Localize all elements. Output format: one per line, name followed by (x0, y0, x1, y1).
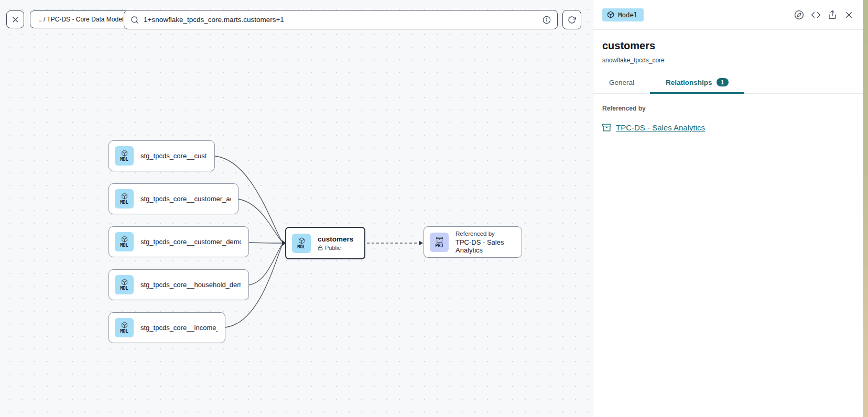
model-type-chip: MDL (115, 232, 134, 251)
model-type-badge: Model (602, 8, 644, 21)
relationships-count-badge: 1 (717, 78, 729, 86)
chip-label: MDL (120, 243, 128, 248)
page-title: customers (602, 40, 854, 52)
cube-icon (298, 237, 305, 244)
model-type-badge-label: Model (618, 11, 638, 19)
unlock-icon (318, 245, 323, 250)
lineage-search[interactable] (124, 10, 558, 29)
lineage-canvas[interactable]: MDL stg_tpcds_core__customer MDL stg_tpc… (0, 0, 593, 417)
chip-label: MDL (120, 157, 128, 162)
lineage-node-referenced-project[interactable]: PRJ Referenced by TPC-DS - Sales Analyti… (424, 226, 522, 258)
model-type-chip: MDL (115, 146, 134, 166)
model-type-chip: MDL (115, 318, 134, 337)
lineage-edges (0, 0, 593, 417)
cube-icon (121, 193, 128, 200)
share-icon[interactable] (828, 10, 837, 19)
lineage-node-stg-household-demographics[interactable]: MDL stg_tpcds_core__household_demogr... (108, 269, 249, 300)
lineage-node-customers-selected[interactable]: MDL customers Public (285, 227, 365, 259)
referenced-by-caption: Referenced by (455, 231, 514, 237)
cube-icon (121, 279, 128, 286)
node-title: TPC-DS - Sales Analytics (455, 238, 514, 254)
lineage-node-stg-customer-address[interactable]: MDL stg_tpcds_core__customer_address (108, 183, 238, 214)
cube-icon (121, 322, 128, 328)
lineage-node-stg-customer-demographics[interactable]: MDL stg_tpcds_core__customer_demogra... (108, 226, 249, 257)
chip-label: MDL (120, 286, 128, 291)
cube-icon (121, 236, 128, 243)
close-panel-icon[interactable] (844, 10, 854, 20)
lineage-node-stg-customer[interactable]: MDL stg_tpcds_core__customer (108, 140, 215, 171)
referenced-project-link[interactable]: TPC-DS - Sales Analytics (616, 123, 705, 132)
model-type-chip: MDL (292, 234, 311, 253)
model-type-chip: MDL (115, 275, 134, 294)
project-type-chip: PRJ (430, 233, 449, 252)
node-label: stg_tpcds_core__income_band (140, 324, 218, 332)
model-type-chip: MDL (115, 189, 134, 208)
referenced-by-section-label: Referenced by (602, 105, 854, 112)
panel-header: Model (593, 0, 863, 30)
lineage-node-stg-income-band[interactable]: MDL stg_tpcds_core__income_band (108, 312, 225, 343)
archive-icon (436, 236, 443, 243)
desktop-wallpaper-strip (863, 0, 868, 417)
panel-tabs: General Relationships 1 (593, 71, 863, 94)
node-title: customers (318, 235, 353, 243)
close-icon (11, 15, 20, 24)
breadcrumb-button[interactable]: .. / TPC-DS - Core Data Models (30, 10, 135, 28)
compass-icon[interactable] (794, 10, 804, 20)
visibility-label: Public (325, 245, 341, 251)
details-panel: Model customers snowflake_tpcds_core Gen… (593, 0, 863, 417)
search-icon (131, 16, 139, 24)
archive-icon (602, 123, 611, 132)
cube-icon (607, 11, 614, 18)
close-lineage-button[interactable] (6, 10, 24, 28)
code-icon[interactable] (811, 10, 821, 20)
info-icon[interactable] (542, 16, 551, 24)
node-label: stg_tpcds_core__household_demogr... (140, 281, 241, 289)
chip-label: PRJ (435, 244, 443, 248)
search-input[interactable] (144, 16, 538, 24)
tab-label: Relationships (666, 79, 712, 86)
tab-general[interactable]: General (593, 71, 650, 93)
app-window: MDL stg_tpcds_core__customer MDL stg_tpc… (0, 0, 868, 417)
node-label: stg_tpcds_core__customer_address (140, 195, 231, 203)
tab-label: General (609, 79, 634, 86)
cube-icon (121, 150, 128, 157)
refresh-button[interactable] (562, 10, 581, 29)
node-label: stg_tpcds_core__customer_demogra... (140, 238, 241, 246)
tab-relationships[interactable]: Relationships 1 (650, 71, 744, 93)
chip-label: MDL (120, 329, 128, 334)
refresh-icon (568, 16, 576, 24)
chip-label: MDL (120, 200, 128, 205)
chip-label: MDL (297, 245, 305, 249)
node-label: stg_tpcds_core__customer (140, 152, 207, 160)
page-subtitle: snowflake_tpcds_core (602, 57, 854, 64)
